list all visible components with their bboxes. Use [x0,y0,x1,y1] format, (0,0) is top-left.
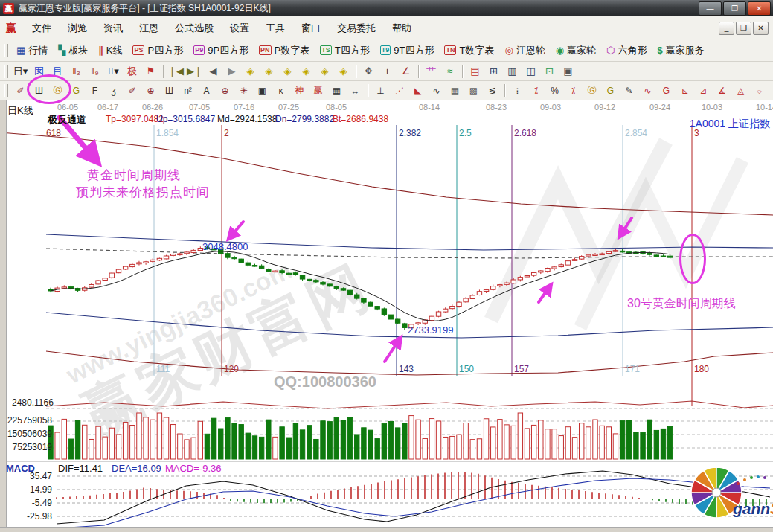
toolbar-button-sectors[interactable]: ▚板块 [53,42,93,59]
notes-button[interactable]: ▥ [503,64,522,79]
channel-value: Bt=2686.9438 [333,114,388,124]
span-tool-button[interactable]: ↔ [346,83,365,98]
toolbar-grip[interactable] [4,44,8,57]
cycle-circle-tool-button[interactable]: ⊕ [141,83,160,98]
grid-box-tool-button[interactable]: ▦ [446,83,464,98]
menu-item-工具[interactable]: 工具 [257,18,293,39]
rect-select-tool-button[interactable]: ⊥ [371,83,390,98]
maximize-button[interactable]: ❐ [723,1,746,16]
print-button[interactable]: ▣ [559,64,577,79]
n-square-tool-button[interactable]: n² [179,83,197,98]
mdi-restore-button[interactable]: ❐ [736,22,751,35]
percent-strike-tool-button[interactable]: ⁒ [564,83,583,98]
calendar-button[interactable]: ▤ [466,64,484,79]
toolbar-button-hexagon[interactable]: ⬡六角形 [601,42,652,59]
mdi-close-button[interactable]: ✕ [753,22,769,35]
toolbar-button-9p-square[interactable]: P99P四方形 [188,42,254,59]
last-page-button[interactable]: ▶❘ [185,64,204,79]
arc-tool-button[interactable]: ⌔ [750,83,769,98]
fan-lines-tool-button[interactable]: ⋰ [390,83,408,98]
wave-count-button[interactable]: ≈ [440,64,459,79]
menu-item-资讯[interactable]: 资讯 [95,18,131,39]
mdi-minimize-button[interactable]: _ [719,22,734,35]
angle-measure-button[interactable]: ∠ [397,64,415,79]
candle-style-button[interactable]: ⌷▾ [104,64,123,79]
toolbar-button-p-square[interactable]: PSP四方形 [127,42,188,59]
minimize-button[interactable]: — [699,1,722,16]
percent7-tool-button[interactable]: ⁒ [527,83,545,98]
menu-item-公式选股[interactable]: 公式选股 [167,18,222,39]
jifan-channel-button[interactable]: 极 [123,64,141,79]
crosshair-button[interactable]: + [378,64,397,79]
wave-tool-button[interactable]: ∿ [427,83,446,98]
expand-v-button[interactable]: ◈ [315,64,334,79]
angle-j-tool-button[interactable]: ⊾ [676,83,694,98]
next-button[interactable]: ▶ [222,64,241,79]
percent-line-tool-button[interactable]: ⁝ [508,83,527,98]
k-measure-tool-button[interactable]: ĸ [272,83,290,98]
hand-drag-button[interactable]: ✥ [359,64,378,79]
compress-9-button[interactable]: ǁ₉ [86,64,104,79]
fibonacci-tool-button[interactable]: F [86,83,104,98]
chart-area[interactable]: 赢家财富网 www.yingjia360.com QQ:100800360 日K… [0,100,773,532]
angle-f-tool-button[interactable]: ⊿ [694,83,713,98]
speed-line-tool-button[interactable]: ∡ [713,83,731,98]
shrink-h-button[interactable]: ◈ [297,64,315,79]
expand-h-button[interactable]: ◈ [278,64,297,79]
menu-item-文件[interactable]: 文件 [24,18,60,39]
period-daily-button[interactable]: 日▾ [11,64,30,79]
pyramid-tool-button[interactable]: ◬ [731,83,750,98]
gann-grid-button[interactable]: 艹 [422,64,440,79]
rocket-tool-button[interactable]: ✐ [123,83,141,98]
toolbar-button-quotes[interactable]: ▦行情 [11,42,53,59]
volume-axis-label: 150506039 [0,429,52,439]
expand-all-button[interactable]: ◈ [334,64,353,79]
grid-box2-tool-button[interactable]: ▩ [464,83,483,98]
toolbar-button-kline[interactable]: ∥K线 [93,42,127,59]
ruler-tool-button[interactable]: Ш [160,83,179,98]
gann-fan-tool-button[interactable]: ◣ [408,83,427,98]
pencil2-tool-button[interactable]: ✎ [620,83,638,98]
toolbar-button-t-digit-table[interactable]: TNT数字表 [439,42,499,59]
gold-line-tool-button[interactable]: Ǥ [601,83,620,98]
zigzag-tool-button[interactable]: ≶ [483,83,501,98]
save-button[interactable]: ◫ [522,64,540,79]
menu-item-窗口[interactable]: 窗口 [293,18,329,39]
toolbar-button-p-digit-table[interactable]: PNP数字表 [254,42,315,59]
menu-item-江恩[interactable]: 江恩 [131,18,167,39]
share-net-button[interactable]: ⊡ [540,64,559,79]
close-button[interactable]: ✕ [748,1,771,16]
first-page-button[interactable]: ❘◀ [167,64,185,79]
toolbar-label: 赢家服务 [666,44,705,57]
star-burst-tool-button[interactable]: ✳ [234,83,253,98]
toolbar-button-winner-service[interactable]: $赢家服务 [652,42,709,59]
gann-circle-tool-button[interactable]: ⊕ [216,83,234,98]
menu-item-交易委托[interactable]: 交易委托 [329,18,384,39]
pan-right-button[interactable]: ◈ [260,64,278,79]
menu-item-设置[interactable]: 设置 [222,18,257,39]
matrix-tool-button[interactable]: ▦ [327,83,346,98]
calculator-button[interactable]: ⊞ [484,64,503,79]
pan-left-button[interactable]: ◈ [241,64,260,79]
gold-angle-tool-button[interactable]: Ǥ [657,83,676,98]
channel-wave-tool-button[interactable]: ∿ [638,83,657,98]
square-grid-tool-button[interactable]: ▣ [253,83,272,98]
toolbar-button-gann-wheel[interactable]: ◎江恩轮 [499,42,550,59]
percent-tool-button[interactable]: % [545,83,564,98]
toolbar-button-9t-square[interactable]: T99T四方形 [375,42,440,59]
menu-item-帮助[interactable]: 帮助 [384,18,420,39]
gold-circle-tool-button[interactable]: Ⓖ [583,83,601,98]
toolbar-grip[interactable] [4,65,8,78]
prev-button[interactable]: ◀ [204,64,222,79]
trend-flag-button[interactable]: ⚑ [141,64,160,79]
ying-tool-button[interactable]: 赢 [309,83,327,98]
toolbar-grip[interactable] [4,84,8,97]
shen-tool-button[interactable]: 神 [290,83,309,98]
title-bar[interactable]: 赢 赢家江恩专业版[赢家服务平台] - [上证指数 SH1A0001-92日K线… [0,0,773,16]
toolbar-button-winner-wheel[interactable]: ◉赢家轮 [551,42,601,59]
compress-3-button[interactable]: ǁ₃ [67,64,86,79]
spiral-tool-button[interactable]: ʒ [104,83,123,98]
toolbar-button-t-square[interactable]: TST四方形 [315,42,374,59]
menu-item-浏览[interactable]: 浏览 [60,18,95,39]
angle-a-tool-button[interactable]: A [197,83,216,98]
